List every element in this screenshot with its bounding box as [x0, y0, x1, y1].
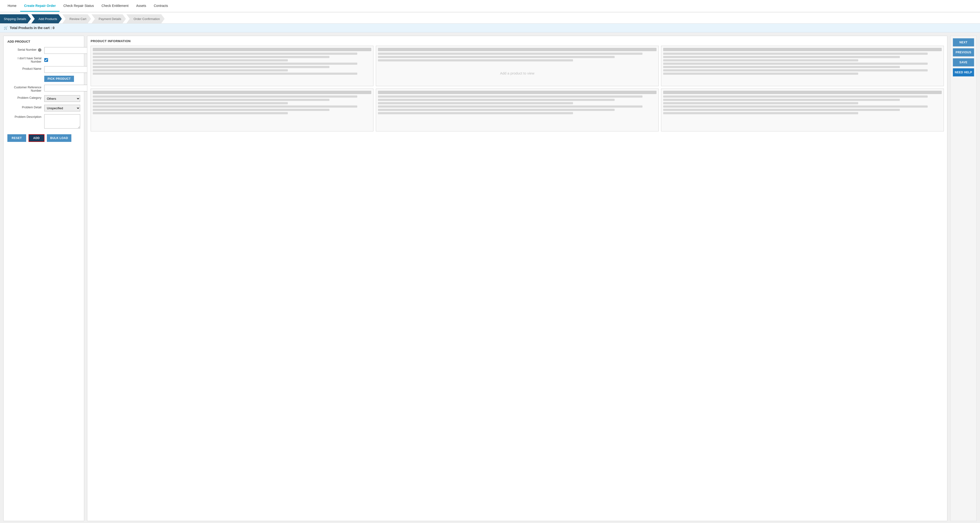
step-payment-details[interactable]: Payment Details	[92, 14, 126, 23]
customer-ref-label: Customer Reference Number	[7, 85, 44, 92]
customer-ref-row: Customer Reference Number	[7, 85, 80, 92]
reset-button[interactable]: RESET	[7, 134, 26, 142]
nav-check-repair-status[interactable]: Check Repair Status	[59, 0, 97, 12]
problem-description-row: Problem Description	[7, 114, 80, 129]
product-card-3	[661, 46, 944, 86]
customer-ref-input[interactable]	[44, 85, 88, 91]
step-review-cart[interactable]: Review Cart	[62, 14, 91, 23]
product-name-row: Product Name MC9190-G30SWAQA6WR	[7, 66, 80, 73]
product-row-2	[91, 89, 944, 131]
product-card-1	[91, 46, 374, 86]
product-info-panel: PRODUCT INFORMATION	[87, 36, 947, 521]
product-card-5	[376, 89, 659, 131]
cart-icon: 🛒	[4, 26, 8, 30]
problem-description-input[interactable]	[44, 114, 80, 129]
previous-button[interactable]: PREVIOUS	[953, 48, 974, 56]
main-content: ADD PRODUCT Serial Number i I don't have…	[0, 32, 980, 523]
need-help-button[interactable]: NEED HELP	[953, 68, 974, 77]
serial-number-row: Serial Number i	[7, 47, 80, 54]
problem-category-select[interactable]: Others Hardware Software Cosmetic	[44, 95, 80, 102]
no-serial-label: I don't have Serial Number	[7, 57, 44, 63]
serial-number-input[interactable]	[44, 47, 88, 54]
nav-home[interactable]: Home	[4, 0, 20, 12]
step-add-products[interactable]: Add Products	[32, 14, 62, 23]
save-button[interactable]: SAVE	[953, 58, 974, 66]
product-name-label: Product Name	[7, 66, 44, 70]
step-shipping-details[interactable]: Shipping Details	[0, 14, 31, 23]
no-serial-row: I don't have Serial Number	[7, 57, 80, 63]
card-header-1	[93, 48, 371, 51]
steps-bar: Shipping Details Add Products Review Car…	[0, 13, 980, 24]
product-name-input[interactable]: MC9190-G30SWAQA6WR	[44, 66, 88, 73]
product-grid: Add a product to view	[91, 46, 944, 131]
product-card-4	[91, 89, 374, 131]
problem-category-row: Problem Category Others Hardware Softwar…	[7, 95, 80, 102]
problem-detail-row: Problem Detail Unspecified Screen Batter…	[7, 105, 80, 112]
add-product-panel: ADD PRODUCT Serial Number i I don't have…	[3, 36, 84, 521]
problem-category-label: Problem Category	[7, 95, 44, 99]
problem-description-label: Problem Description	[7, 114, 44, 118]
next-button[interactable]: NEXT	[953, 38, 974, 46]
product-card-2: Add a product to view	[376, 46, 659, 86]
card-header-3	[663, 48, 942, 51]
pick-product-button[interactable]: PICK PRODUCT	[44, 76, 74, 82]
action-buttons: RESET ADD BULK LOAD	[7, 132, 80, 142]
problem-detail-label: Problem Detail	[7, 105, 44, 109]
problem-detail-select[interactable]: Unspecified Screen Battery Charging Port	[44, 105, 80, 112]
right-panel-container: NEXT PREVIOUS SAVE NEED HELP	[950, 36, 977, 521]
cart-count-label: Total Products in the cart : 0	[10, 26, 54, 30]
top-navigation: Home Create Repair Order Check Repair St…	[0, 0, 980, 13]
cart-banner: 🛒 Total Products in the cart : 0	[0, 24, 980, 32]
no-serial-checkbox[interactable]	[44, 58, 48, 62]
serial-number-label: Serial Number i	[7, 47, 44, 52]
nav-create-repair-order[interactable]: Create Repair Order	[20, 0, 59, 12]
nav-contracts[interactable]: Contracts	[150, 0, 172, 12]
product-card-6	[661, 89, 944, 131]
nav-check-entitlement[interactable]: Check Entitlement	[98, 0, 132, 12]
product-info-title: PRODUCT INFORMATION	[91, 39, 944, 43]
step-order-confirmation[interactable]: Order Confirmation	[126, 14, 165, 23]
nav-assets[interactable]: Assets	[132, 0, 150, 12]
bulk-load-button[interactable]: BULK LOAD	[47, 134, 72, 142]
add-product-title: ADD PRODUCT	[7, 40, 80, 43]
product-row-1: Add a product to view	[91, 46, 944, 86]
add-button[interactable]: ADD	[29, 134, 45, 142]
serial-number-info-icon[interactable]: i	[38, 48, 41, 52]
